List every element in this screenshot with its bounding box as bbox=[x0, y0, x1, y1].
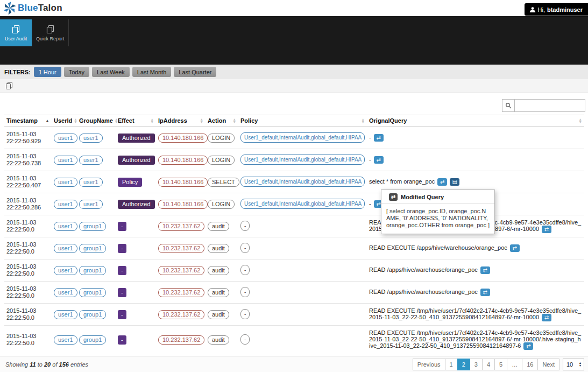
audit-table: Timestamp ▲ UserId ▲▼ GroupName ▲▼ Effec… bbox=[4, 115, 584, 356]
table-row[interactable]: 2015-11-03 22:22:50.0 user1 group1 - 10.… bbox=[4, 215, 584, 237]
user-menu-button[interactable]: Hi, btadminuser bbox=[525, 3, 588, 16]
column-header-label: OrignalQuery bbox=[369, 117, 407, 124]
user-icon bbox=[529, 6, 536, 13]
pagination: Previous 1 2 3 4 5 … 16 Next 10 ▲▼ bbox=[413, 359, 584, 370]
table-row[interactable]: 2015-11-03 22:22:50.0 user1 group1 - 10.… bbox=[4, 304, 584, 326]
effect-badge: Authorized bbox=[118, 200, 155, 209]
page-size-value: 10 bbox=[563, 359, 577, 370]
table-row[interactable]: 2015-11-03 22:22:50.0 user1 group1 - 10.… bbox=[4, 282, 584, 304]
column-header-groupname[interactable]: GroupName ▲▼ bbox=[77, 115, 116, 127]
userid-pill: user1 bbox=[54, 266, 77, 275]
nav-tab-label: Quick Report bbox=[36, 36, 65, 41]
timestamp-time: 22:22:50.286 bbox=[6, 204, 49, 211]
effect-badge: - bbox=[118, 222, 126, 231]
app-header: BlueTalon Hi, btadminuser bbox=[0, 0, 588, 16]
nav-tab-quick-report[interactable]: Quick Report bbox=[32, 19, 69, 46]
effect-badge: - bbox=[118, 266, 126, 275]
table-row[interactable]: 2015-11-03 22:22:50.0 user1 group1 - 10.… bbox=[4, 237, 584, 259]
page-button-4[interactable]: 4 bbox=[482, 359, 495, 370]
modified-query-icon[interactable]: ⇄ bbox=[480, 266, 490, 274]
column-header-orignalquery[interactable]: OrignalQuery ▲▼ bbox=[367, 115, 584, 127]
modified-query-icon[interactable]: ⇄ bbox=[542, 314, 551, 321]
table-row[interactable]: 2015-11-03 22:22:50.0 user1 group1 - 10.… bbox=[4, 259, 584, 282]
copy-report-button[interactable] bbox=[5, 82, 13, 90]
modified-query-icon[interactable]: ⇄ bbox=[374, 156, 384, 164]
search-icon-box bbox=[502, 99, 515, 112]
page-button-next[interactable]: Next bbox=[537, 359, 559, 370]
column-header-label: Effect bbox=[118, 117, 134, 124]
report-icon bbox=[11, 25, 20, 34]
timestamp-time: 22:22:50.0 bbox=[6, 270, 49, 277]
modified-query-icon[interactable]: ⇄ bbox=[542, 226, 551, 233]
filter-today[interactable]: Today bbox=[64, 67, 89, 77]
filter-last-week[interactable]: Last Week bbox=[92, 67, 130, 77]
table-row[interactable]: 2015-11-03 22:22:50.286 user1 user1 Auth… bbox=[4, 193, 584, 215]
page-button-1[interactable]: 1 bbox=[445, 359, 458, 370]
page-button-2[interactable]: 2 bbox=[457, 359, 470, 370]
groupname-pill: user1 bbox=[79, 200, 103, 209]
groupname-pill: group1 bbox=[79, 335, 106, 345]
filter-last-month[interactable]: Last Month bbox=[132, 67, 171, 77]
sort-icon[interactable]: ▲▼ bbox=[200, 118, 203, 123]
ipaddress-pill: 10.232.137.62 bbox=[158, 288, 204, 297]
showing-total: 156 bbox=[59, 361, 69, 368]
table-row[interactable]: 2015-11-03 22:22:50.407 user1 user1 Poli… bbox=[4, 171, 584, 193]
query-icons: ⇄ bbox=[521, 342, 533, 349]
table-row[interactable]: 2015-11-03 22:22:50.738 user1 user1 Auth… bbox=[4, 149, 584, 171]
showing-word: of bbox=[52, 361, 57, 368]
showing-word: entries bbox=[70, 361, 88, 368]
modified-query-icon[interactable]: ⇄ bbox=[374, 134, 384, 142]
action-pill: audit bbox=[208, 222, 229, 231]
showing-from: 11 bbox=[30, 361, 36, 368]
filter-last-quarter[interactable]: Last Quarter bbox=[174, 67, 216, 77]
column-header-effect[interactable]: Effect ▲▼ bbox=[116, 115, 156, 127]
effect-badge: - bbox=[118, 244, 126, 253]
query-detail-icon[interactable]: ▤ bbox=[450, 178, 459, 186]
userid-pill: user1 bbox=[54, 156, 77, 165]
policy-pill: - bbox=[240, 221, 250, 231]
modified-query-icon[interactable]: ⇄ bbox=[437, 178, 447, 186]
nav-tab-user-audit[interactable]: User Audit bbox=[0, 19, 32, 46]
modified-query-icon[interactable]: ⇄ bbox=[523, 342, 533, 350]
column-header-timestamp[interactable]: Timestamp ▲ bbox=[4, 115, 52, 127]
action-pill: audit bbox=[208, 335, 229, 345]
timestamp-date: 2015-11-03 bbox=[6, 307, 49, 314]
page-button-5[interactable]: 5 bbox=[494, 359, 507, 370]
table-row[interactable]: 2015-11-03 22:22:50.929 user1 user1 Auth… bbox=[4, 127, 584, 149]
sort-icon[interactable]: ▲▼ bbox=[151, 118, 154, 123]
column-header-ipaddress[interactable]: IpAddress ▲▼ bbox=[156, 115, 206, 127]
query-icons: ⇄ bbox=[371, 156, 384, 163]
column-header-policy[interactable]: Policy ▲▼ bbox=[238, 115, 367, 127]
page-button-3[interactable]: 3 bbox=[470, 359, 483, 370]
filter-1-hour[interactable]: 1 Hour bbox=[34, 67, 61, 77]
sort-icon[interactable]: ▲ bbox=[45, 118, 49, 123]
page-button-previous[interactable]: Previous bbox=[413, 359, 445, 370]
column-header-label: Policy bbox=[240, 117, 258, 124]
page-button-ellipsis[interactable]: … bbox=[507, 359, 522, 370]
pagination-buttons: Previous 1 2 3 4 5 … 16 Next bbox=[413, 359, 559, 370]
table-row[interactable]: 2015-11-03 22:22:50.0 user1 group1 - 10.… bbox=[4, 326, 584, 354]
policy-pill: - bbox=[240, 287, 250, 297]
search-input[interactable] bbox=[515, 99, 585, 112]
timestamp-date: 2015-11-03 bbox=[6, 241, 49, 248]
logo-text: BlueTalon bbox=[18, 3, 62, 13]
search-icon bbox=[505, 102, 512, 109]
spinner-arrows-icon[interactable]: ▲▼ bbox=[577, 359, 584, 370]
modified-query-icon[interactable]: ⇄ bbox=[480, 289, 490, 296]
sort-icon[interactable]: ▲▼ bbox=[579, 118, 582, 123]
modified-query-popup: ⇄ Modified Query [ select orange_poc.ID,… bbox=[381, 189, 495, 234]
action-pill: SELECT bbox=[208, 178, 239, 187]
page-button-16[interactable]: 16 bbox=[522, 359, 538, 370]
column-header-action[interactable]: Action ▲▼ bbox=[206, 115, 238, 127]
sort-icon[interactable]: ▲▼ bbox=[362, 118, 365, 123]
action-pill: LOGIN bbox=[208, 134, 235, 143]
timestamp-date: 2015-11-03 bbox=[6, 219, 49, 226]
sort-icon[interactable]: ▲▼ bbox=[233, 118, 236, 123]
sort-icon[interactable]: ▲▼ bbox=[74, 118, 77, 123]
page-size-select[interactable]: 10 ▲▼ bbox=[563, 359, 584, 370]
logo-text-talon: Talon bbox=[38, 3, 62, 13]
ipaddress-pill: 10.140.180.166 bbox=[158, 178, 208, 187]
modified-query-icon[interactable]: ⇄ bbox=[510, 244, 520, 252]
column-header-userid[interactable]: UserId ▲▼ bbox=[52, 115, 77, 127]
effect-badge: Authorized bbox=[118, 134, 155, 143]
